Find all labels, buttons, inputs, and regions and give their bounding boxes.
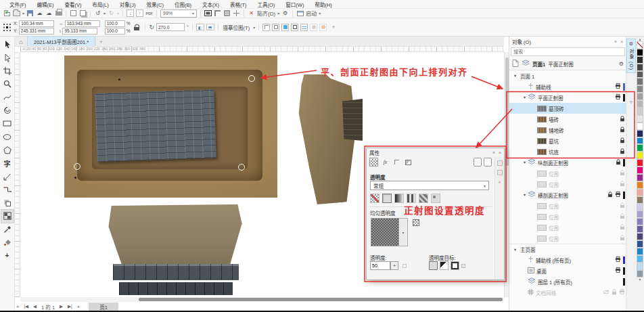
lock-icon[interactable] — [620, 116, 625, 123]
x-position-field[interactable] — [19, 20, 54, 27]
new-document-icon[interactable] — [3, 9, 11, 17]
printer-icon[interactable] — [615, 192, 621, 198]
tree-row-位图[interactable]: 位图 — [509, 222, 626, 233]
menu-item-11[interactable]: 窗口(W) — [280, 1, 309, 8]
palette-scroll-down-icon[interactable]: ▼ — [639, 277, 642, 282]
lock-icon[interactable] — [620, 181, 625, 188]
objects-docker-titlebar[interactable]: 对象 (O) » × — [509, 37, 626, 47]
menu-item-1[interactable]: 文件(F) — [4, 1, 32, 8]
expander-icon[interactable]: ▼ — [512, 248, 518, 252]
page-properties-icon[interactable] — [474, 158, 482, 166]
menu-item-5[interactable]: 对象(J) — [114, 1, 141, 8]
expander-icon[interactable]: ▼ — [522, 160, 528, 164]
connector-tool[interactable] — [1, 183, 14, 197]
tree-row-图层 1 (所有页)[interactable]: 图层 1 (所有页) — [509, 276, 626, 287]
vertical-scrollbar[interactable] — [504, 52, 509, 297]
tree-row-页面 1[interactable]: ▼页面 1 — [509, 70, 626, 81]
redo-icon[interactable]: ↻ — [108, 9, 115, 17]
lock-icon[interactable] — [616, 159, 621, 166]
lock-icon[interactable] — [620, 137, 625, 145]
plan-orthophoto-image[interactable] — [64, 55, 277, 198]
tree-row-铺地砖[interactable]: 铺地砖 — [509, 125, 626, 135]
wrap-text-icon[interactable] — [300, 24, 308, 31]
cloud-download-icon[interactable]: ☁ — [45, 9, 53, 17]
color-swatch[interactable] — [637, 181, 643, 189]
current-layer-label[interactable]: 平面正射图 — [548, 60, 574, 68]
layer-stack-icon[interactable] — [522, 60, 530, 68]
tree-row-坑底[interactable]: 坑底 — [509, 146, 626, 157]
color-swatch-none[interactable] — [637, 41, 643, 49]
eyedropper-tool[interactable] — [1, 223, 14, 236]
docker-collapse-icon[interactable]: » — [492, 150, 495, 155]
bitmap-frame-icon[interactable] — [291, 24, 298, 31]
home-icon[interactable]: ⌂ — [15, 39, 27, 46]
more-tools[interactable]: + — [1, 249, 14, 263]
pdf-icon[interactable]: PDF — [145, 9, 153, 17]
lock-icon[interactable] — [620, 127, 625, 134]
color-swatch[interactable] — [637, 210, 643, 218]
lock-ratio-icon[interactable] — [134, 24, 139, 30]
menu-item-6[interactable]: 效果(C) — [141, 1, 169, 8]
freehand-tool[interactable] — [1, 91, 14, 104]
dimension-tool[interactable] — [1, 170, 14, 183]
lock-icon[interactable] — [607, 192, 613, 199]
color-swatch[interactable] — [637, 248, 643, 255]
add-page-after-icon[interactable]: + — [77, 304, 80, 310]
color-swatch[interactable] — [637, 166, 643, 174]
tree-row-墙砖[interactable]: 墙砖 — [509, 114, 626, 125]
tree-row-位图[interactable]: 位图 — [509, 200, 626, 211]
lock-icon[interactable] — [620, 202, 625, 210]
color-swatch[interactable] — [637, 85, 643, 93]
docker-side-plus-icon[interactable]: + — [498, 179, 501, 185]
docker-collapse-icon[interactable]: » — [614, 39, 617, 44]
options-gear-icon[interactable]: ⚙ — [281, 9, 289, 17]
page-flip-icon[interactable] — [512, 60, 519, 68]
color-swatch[interactable] — [637, 240, 643, 248]
snap-off-icon[interactable]: ✕ — [248, 9, 255, 17]
export-icon[interactable]: ↑ — [136, 9, 143, 17]
ellipse-tool[interactable] — [1, 131, 14, 144]
color-swatch[interactable] — [637, 196, 643, 204]
color-swatch[interactable] — [637, 218, 643, 225]
brick-row-band-1[interactable] — [113, 264, 239, 280]
printer-icon[interactable] — [615, 94, 621, 101]
show-guidelines-icon[interactable] — [233, 9, 240, 17]
snap-dropdown-icon[interactable] — [277, 11, 279, 16]
color-swatch[interactable] — [637, 152, 643, 159]
object-origin-icon[interactable] — [3, 23, 12, 32]
expander-icon[interactable]: ▼ — [522, 95, 528, 99]
tree-row-位图[interactable]: 位图 — [509, 179, 626, 190]
trace-bitmap-button[interactable]: 描摹位图(T) — [223, 24, 250, 31]
lock-icon[interactable] — [620, 224, 625, 231]
polygon-tool[interactable] — [1, 143, 14, 157]
docker-side-icon[interactable] — [497, 160, 503, 166]
launch-dropdown-icon[interactable] — [319, 11, 321, 16]
objects-search-input[interactable] — [511, 47, 625, 56]
color-swatch[interactable] — [637, 115, 643, 122]
color-swatch[interactable] — [637, 93, 643, 100]
import-icon[interactable]: ↓ — [127, 9, 134, 17]
next-page-icon[interactable]: ▶ — [60, 304, 63, 309]
menu-item-10[interactable]: 工具(O) — [252, 1, 281, 8]
fountain-transparency-icon[interactable] — [394, 194, 404, 203]
artistic-media-tool[interactable] — [1, 104, 14, 118]
effects-fx-icon[interactable]: fx — [381, 158, 390, 166]
scale-v-field[interactable] — [105, 28, 125, 35]
printer-icon[interactable] — [615, 83, 621, 90]
horizontal-scrollbar-thumb[interactable] — [139, 298, 503, 301]
color-swatch[interactable] — [637, 174, 643, 181]
rectangle-tool[interactable] — [1, 117, 14, 131]
printer-icon[interactable] — [619, 289, 625, 296]
expander-icon[interactable]: ▼ — [512, 74, 518, 78]
zoom-level-select[interactable]: 99% — [160, 9, 197, 18]
menu-item-2[interactable]: 编辑(E) — [32, 1, 60, 8]
tree-row-墓顶砖[interactable]: 墓顶砖 — [509, 103, 626, 114]
save-icon[interactable] — [26, 9, 34, 17]
y-position-field[interactable] — [19, 28, 54, 35]
object-height-field[interactable] — [62, 28, 97, 35]
target-option-box[interactable] — [461, 264, 465, 268]
printer-icon[interactable] — [615, 267, 621, 274]
docker-close-icon[interactable]: × — [620, 39, 623, 44]
text-tool[interactable]: 字 — [1, 157, 14, 171]
color-swatch[interactable] — [637, 144, 643, 152]
